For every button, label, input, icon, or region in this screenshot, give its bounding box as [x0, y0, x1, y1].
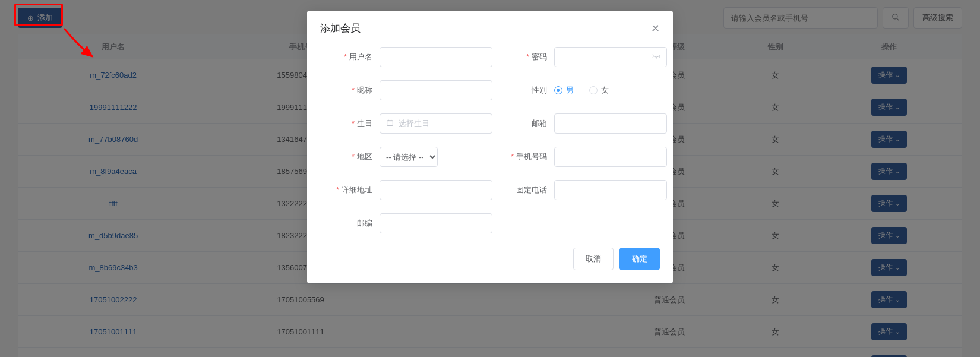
landline-field[interactable] [554, 180, 667, 200]
birthday-placeholder: 选择生日 [399, 118, 429, 129]
svg-line-2 [653, 56, 653, 58]
confirm-button[interactable]: 确定 [619, 248, 660, 270]
region-label: 地区 [324, 151, 380, 162]
username-label: 用户名 [324, 52, 380, 62]
radio-male[interactable]: 男 [554, 85, 574, 96]
nickname-label: 昵称 [324, 85, 380, 96]
modal-title: 添加会员 [320, 21, 361, 35]
landline-label: 固定电话 [498, 185, 554, 195]
eye-icon[interactable] [652, 53, 661, 62]
mobile-field[interactable] [554, 147, 667, 167]
mobile-label: 手机号码 [498, 151, 554, 162]
gender-label: 性别 [498, 85, 554, 96]
email-label: 邮箱 [498, 118, 554, 129]
add-member-modal: 添加会员 ✕ 用户名 密码 昵称 [307, 11, 673, 283]
close-button[interactable]: ✕ [651, 22, 660, 35]
birthday-label: 生日 [324, 118, 380, 129]
password-field[interactable] [554, 47, 667, 67]
calendar-icon [386, 119, 394, 128]
radio-female-label: 女 [601, 85, 609, 96]
radio-female[interactable]: 女 [589, 85, 609, 96]
nickname-field[interactable] [380, 80, 492, 100]
radio-dot-icon [554, 86, 562, 94]
zip-label: 邮编 [324, 218, 380, 229]
radio-male-label: 男 [566, 85, 574, 96]
address-label: 详细地址 [324, 185, 380, 195]
zip-field[interactable] [380, 213, 492, 233]
username-field[interactable] [380, 47, 492, 67]
birthday-field[interactable]: 选择生日 [380, 113, 492, 134]
radio-dot-icon [589, 86, 598, 94]
region-select[interactable]: -- 请选择 -- [380, 147, 438, 167]
cancel-button[interactable]: 取消 [573, 248, 614, 270]
svg-rect-5 [387, 121, 393, 126]
svg-line-4 [659, 56, 660, 58]
password-label: 密码 [498, 52, 554, 62]
address-field[interactable] [380, 180, 492, 200]
close-icon: ✕ [651, 23, 660, 34]
email-field[interactable] [554, 113, 667, 134]
